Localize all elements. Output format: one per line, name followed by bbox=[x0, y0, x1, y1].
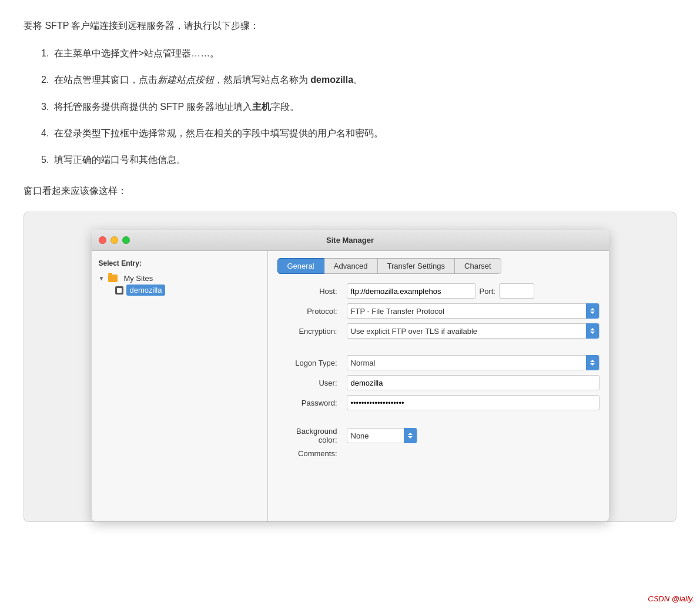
screenshot-container: Site Manager Select Entry: ▼ My Sites de… bbox=[24, 212, 676, 522]
arrow-up-icon bbox=[590, 308, 595, 310]
encryption-select[interactable]: Use explicit FTP over TLS if available bbox=[347, 323, 599, 339]
protocol-select[interactable]: FTP - File Transfer Protocol bbox=[347, 303, 599, 319]
tabs-row: General Advanced Transfer Settings Chars… bbox=[277, 258, 599, 274]
arrow-up-icon bbox=[408, 433, 413, 435]
steps-list: 1. 在主菜单中选择文件>站点管理器……。 2. 在站点管理其窗口，点击新建站点… bbox=[41, 45, 676, 168]
logon-type-arrows-icon bbox=[586, 355, 599, 370]
window-titlebar: Site Manager bbox=[92, 230, 609, 251]
host-row: Port: bbox=[347, 283, 599, 299]
tab-charset[interactable]: Charset bbox=[455, 258, 501, 274]
traffic-lights bbox=[99, 236, 130, 244]
arrow-up-icon bbox=[590, 360, 595, 362]
step-2: 2. 在站点管理其窗口，点击新建站点按钮，然后填写站点名称为 demozilla… bbox=[41, 72, 676, 88]
logon-type-label: Logon Type: bbox=[277, 359, 342, 367]
site-icon bbox=[115, 286, 123, 295]
form-grid: Host: Port: Protocol: FTP - File Transfe… bbox=[277, 283, 599, 458]
folder-icon bbox=[108, 275, 118, 282]
step-1: 1. 在主菜单中选择文件>站点管理器……。 bbox=[41, 45, 676, 61]
separator-2 bbox=[277, 415, 599, 422]
host-label: Host: bbox=[277, 287, 342, 296]
arrow-down-icon bbox=[590, 312, 595, 314]
logon-type-value: Normal bbox=[347, 359, 586, 367]
intro-text: 要将 SFTP 客户端连接到远程服务器，请执行以下步骤： bbox=[24, 18, 676, 34]
site-icon-inner bbox=[117, 288, 122, 293]
site-name-selected: demozilla bbox=[126, 285, 166, 296]
my-sites-label: My Sites bbox=[123, 274, 153, 283]
protocol-arrows-icon bbox=[586, 303, 599, 319]
encryption-value: Use explicit FTP over TLS if available bbox=[347, 327, 586, 336]
demozilla-site-item[interactable]: demozilla bbox=[92, 285, 267, 296]
tab-advanced[interactable]: Advanced bbox=[324, 258, 378, 274]
user-label: User: bbox=[277, 379, 342, 387]
step-3: 3. 将托管服务提供商提供的 SFTP 服务器地址填入主机字段。 bbox=[41, 99, 676, 115]
arrow-down-icon bbox=[590, 332, 595, 334]
step-5: 5. 填写正确的端口号和其他信息。 bbox=[41, 152, 676, 168]
close-button[interactable] bbox=[99, 236, 106, 244]
user-input[interactable] bbox=[347, 375, 599, 390]
arrow-down-icon bbox=[590, 363, 595, 366]
port-input[interactable] bbox=[499, 283, 534, 299]
maximize-button[interactable] bbox=[122, 236, 130, 244]
left-panel: Select Entry: ▼ My Sites demozilla bbox=[92, 251, 268, 521]
protocol-label: Protocol: bbox=[277, 307, 342, 316]
encryption-arrows-icon bbox=[586, 323, 599, 339]
right-panel: General Advanced Transfer Settings Chars… bbox=[268, 251, 609, 521]
protocol-value: FTP - File Transfer Protocol bbox=[347, 307, 586, 316]
encryption-label: Encryption: bbox=[277, 327, 342, 336]
minimize-button[interactable] bbox=[110, 236, 118, 244]
bg-color-label: Background color: bbox=[277, 427, 342, 444]
port-label: Port: bbox=[480, 287, 495, 296]
separator-1 bbox=[277, 343, 599, 350]
bg-color-row: None bbox=[347, 428, 599, 443]
window-body: Select Entry: ▼ My Sites demozilla bbox=[92, 251, 609, 521]
window-preview-text: 窗口看起来应该像这样： bbox=[24, 185, 676, 198]
comments-label: Comments: bbox=[277, 449, 342, 458]
bg-color-select[interactable]: None bbox=[347, 428, 417, 443]
host-input[interactable] bbox=[347, 283, 476, 299]
select-entry-label: Select Entry: bbox=[92, 257, 267, 272]
folder-arrow-icon: ▼ bbox=[99, 275, 105, 282]
logon-type-select[interactable]: Normal bbox=[347, 355, 599, 370]
window-title: Site Manager bbox=[326, 236, 374, 245]
tab-transfer-settings[interactable]: Transfer Settings bbox=[378, 258, 455, 274]
arrow-up-icon bbox=[590, 328, 595, 330]
my-sites-folder[interactable]: ▼ My Sites bbox=[92, 272, 267, 285]
tab-general[interactable]: General bbox=[277, 258, 324, 274]
bg-color-arrows-icon bbox=[404, 428, 417, 443]
arrow-down-icon bbox=[408, 436, 413, 439]
password-input[interactable] bbox=[347, 395, 599, 410]
site-manager-window: Site Manager Select Entry: ▼ My Sites de… bbox=[92, 230, 609, 521]
step-4: 4. 在登录类型下拉框中选择常规，然后在相关的字段中填写提供的用户名和密码。 bbox=[41, 125, 676, 141]
bg-color-value: None bbox=[347, 431, 404, 440]
password-label: Password: bbox=[277, 399, 342, 407]
